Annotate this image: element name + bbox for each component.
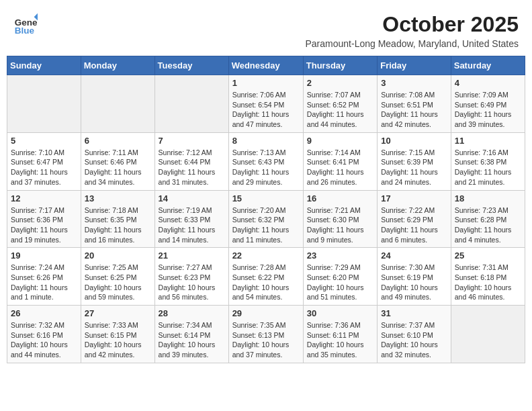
day-info: Sunrise: 7:08 AM Sunset: 6:51 PM Dayligh… — [381, 90, 447, 130]
day-number: 20 — [85, 250, 151, 261]
day-info: Sunrise: 7:15 AM Sunset: 6:39 PM Dayligh… — [381, 148, 447, 187]
calendar-week-row: 5Sunrise: 7:10 AM Sunset: 6:47 PM Daylig… — [7, 132, 525, 190]
day-info: Sunrise: 7:14 AM Sunset: 6:41 PM Dayligh… — [307, 148, 373, 187]
day-number: 3 — [381, 78, 447, 88]
logo-icon: General Blue — [13, 12, 38, 36]
calendar-cell — [154, 75, 228, 133]
day-of-week-header: Thursday — [303, 56, 377, 75]
day-info: Sunrise: 7:33 AM Sunset: 6:15 PM Dayligh… — [85, 320, 151, 360]
calendar-cell: 6Sunrise: 7:11 AM Sunset: 6:46 PM Daylig… — [81, 132, 154, 190]
calendar-cell: 11Sunrise: 7:16 AM Sunset: 6:38 PM Dayli… — [451, 132, 525, 190]
day-info: Sunrise: 7:30 AM Sunset: 6:19 PM Dayligh… — [381, 263, 447, 302]
day-of-week-header: Sunday — [7, 56, 81, 75]
day-number: 18 — [455, 193, 521, 203]
day-number: 1 — [232, 78, 300, 88]
calendar-cell: 23Sunrise: 7:29 AM Sunset: 6:20 PM Dayli… — [303, 248, 377, 306]
calendar-cell: 30Sunrise: 7:36 AM Sunset: 6:11 PM Dayli… — [303, 306, 377, 363]
location-title: Paramount-Long Meadow, Maryland, United … — [305, 38, 519, 49]
day-info: Sunrise: 7:37 AM Sunset: 6:10 PM Dayligh… — [381, 320, 447, 360]
day-of-week-header: Monday — [81, 56, 154, 75]
calendar-table: SundayMondayTuesdayWednesdayThursdayFrid… — [7, 56, 525, 363]
day-number: 6 — [85, 136, 151, 146]
day-number: 9 — [307, 136, 373, 146]
day-of-week-header: Wednesday — [228, 56, 303, 75]
day-number: 24 — [381, 250, 447, 261]
calendar-cell: 25Sunrise: 7:31 AM Sunset: 6:18 PM Dayli… — [451, 248, 525, 306]
day-info: Sunrise: 7:32 AM Sunset: 6:16 PM Dayligh… — [11, 320, 77, 360]
day-number: 30 — [307, 308, 373, 318]
calendar-cell: 5Sunrise: 7:10 AM Sunset: 6:47 PM Daylig… — [7, 132, 81, 190]
calendar-cell: 20Sunrise: 7:25 AM Sunset: 6:25 PM Dayli… — [81, 248, 154, 306]
calendar-cell — [7, 75, 81, 133]
calendar-cell: 1Sunrise: 7:06 AM Sunset: 6:54 PM Daylig… — [228, 75, 303, 133]
day-info: Sunrise: 7:06 AM Sunset: 6:54 PM Dayligh… — [232, 90, 300, 130]
day-info: Sunrise: 7:29 AM Sunset: 6:20 PM Dayligh… — [307, 263, 373, 302]
calendar-week-row: 1Sunrise: 7:06 AM Sunset: 6:54 PM Daylig… — [7, 75, 525, 133]
calendar-cell: 8Sunrise: 7:13 AM Sunset: 6:43 PM Daylig… — [228, 132, 303, 190]
calendar-cell: 12Sunrise: 7:17 AM Sunset: 6:36 PM Dayli… — [7, 190, 81, 248]
day-number: 17 — [381, 193, 447, 203]
day-number: 12 — [11, 193, 77, 203]
day-info: Sunrise: 7:07 AM Sunset: 6:52 PM Dayligh… — [307, 90, 373, 130]
calendar-cell: 14Sunrise: 7:19 AM Sunset: 6:33 PM Dayli… — [154, 190, 228, 248]
day-info: Sunrise: 7:12 AM Sunset: 6:44 PM Dayligh… — [159, 148, 225, 187]
day-info: Sunrise: 7:18 AM Sunset: 6:35 PM Dayligh… — [85, 205, 151, 245]
calendar-cell: 7Sunrise: 7:12 AM Sunset: 6:44 PM Daylig… — [154, 132, 228, 190]
day-info: Sunrise: 7:19 AM Sunset: 6:33 PM Dayligh… — [159, 205, 225, 245]
day-number: 22 — [232, 250, 300, 261]
day-info: Sunrise: 7:10 AM Sunset: 6:47 PM Dayligh… — [11, 148, 77, 187]
calendar-week-row: 26Sunrise: 7:32 AM Sunset: 6:16 PM Dayli… — [7, 306, 525, 363]
day-info: Sunrise: 7:20 AM Sunset: 6:32 PM Dayligh… — [232, 205, 300, 245]
calendar-cell — [451, 306, 525, 363]
day-info: Sunrise: 7:27 AM Sunset: 6:23 PM Dayligh… — [159, 263, 225, 302]
calendar-cell: 27Sunrise: 7:33 AM Sunset: 6:15 PM Dayli… — [81, 306, 154, 363]
day-number: 19 — [11, 250, 77, 261]
day-of-week-header: Friday — [378, 56, 451, 75]
day-info: Sunrise: 7:23 AM Sunset: 6:28 PM Dayligh… — [455, 205, 521, 245]
day-info: Sunrise: 7:25 AM Sunset: 6:25 PM Dayligh… — [85, 263, 151, 302]
day-number: 4 — [455, 78, 521, 88]
calendar-cell: 19Sunrise: 7:24 AM Sunset: 6:26 PM Dayli… — [7, 248, 81, 306]
day-number: 26 — [11, 308, 77, 318]
day-info: Sunrise: 7:17 AM Sunset: 6:36 PM Dayligh… — [11, 205, 77, 245]
calendar-cell: 26Sunrise: 7:32 AM Sunset: 6:16 PM Dayli… — [7, 306, 81, 363]
day-number: 16 — [307, 193, 373, 203]
day-number: 14 — [159, 193, 225, 203]
calendar-cell: 15Sunrise: 7:20 AM Sunset: 6:32 PM Dayli… — [228, 190, 303, 248]
day-of-week-header: Tuesday — [154, 56, 228, 75]
day-number: 25 — [455, 250, 521, 261]
day-info: Sunrise: 7:22 AM Sunset: 6:29 PM Dayligh… — [381, 205, 447, 245]
day-info: Sunrise: 7:11 AM Sunset: 6:46 PM Dayligh… — [85, 148, 151, 187]
calendar-cell: 28Sunrise: 7:34 AM Sunset: 6:14 PM Dayli… — [154, 306, 228, 363]
calendar-header-row: SundayMondayTuesdayWednesdayThursdayFrid… — [7, 56, 525, 75]
calendar-cell: 24Sunrise: 7:30 AM Sunset: 6:19 PM Dayli… — [378, 248, 451, 306]
day-number: 21 — [159, 250, 225, 261]
title-section: October 2025 Paramount-Long Meadow, Mary… — [305, 12, 519, 49]
calendar-cell: 4Sunrise: 7:09 AM Sunset: 6:49 PM Daylig… — [451, 75, 525, 133]
day-info: Sunrise: 7:13 AM Sunset: 6:43 PM Dayligh… — [232, 148, 300, 187]
day-number: 5 — [11, 136, 77, 146]
day-of-week-header: Saturday — [451, 56, 525, 75]
day-info: Sunrise: 7:36 AM Sunset: 6:11 PM Dayligh… — [307, 320, 373, 360]
day-info: Sunrise: 7:09 AM Sunset: 6:49 PM Dayligh… — [455, 90, 521, 130]
day-number: 11 — [455, 136, 521, 146]
day-number: 27 — [85, 308, 151, 318]
day-info: Sunrise: 7:35 AM Sunset: 6:13 PM Dayligh… — [232, 320, 300, 360]
calendar-week-row: 12Sunrise: 7:17 AM Sunset: 6:36 PM Dayli… — [7, 190, 525, 248]
calendar-cell: 3Sunrise: 7:08 AM Sunset: 6:51 PM Daylig… — [378, 75, 451, 133]
day-number: 10 — [381, 136, 447, 146]
calendar-cell: 2Sunrise: 7:07 AM Sunset: 6:52 PM Daylig… — [303, 75, 377, 133]
calendar-cell: 9Sunrise: 7:14 AM Sunset: 6:41 PM Daylig… — [303, 132, 377, 190]
calendar-cell: 13Sunrise: 7:18 AM Sunset: 6:35 PM Dayli… — [81, 190, 154, 248]
calendar-cell: 16Sunrise: 7:21 AM Sunset: 6:30 PM Dayli… — [303, 190, 377, 248]
calendar-cell: 18Sunrise: 7:23 AM Sunset: 6:28 PM Dayli… — [451, 190, 525, 248]
day-number: 31 — [381, 308, 447, 318]
day-info: Sunrise: 7:16 AM Sunset: 6:38 PM Dayligh… — [455, 148, 521, 187]
day-number: 2 — [307, 78, 373, 88]
page-header: General Blue October 2025 Paramount-Long… — [7, 7, 525, 52]
day-number: 7 — [159, 136, 225, 146]
day-number: 23 — [307, 250, 373, 261]
day-number: 8 — [232, 136, 300, 146]
calendar-week-row: 19Sunrise: 7:24 AM Sunset: 6:26 PM Dayli… — [7, 248, 525, 306]
day-number: 28 — [159, 308, 225, 318]
